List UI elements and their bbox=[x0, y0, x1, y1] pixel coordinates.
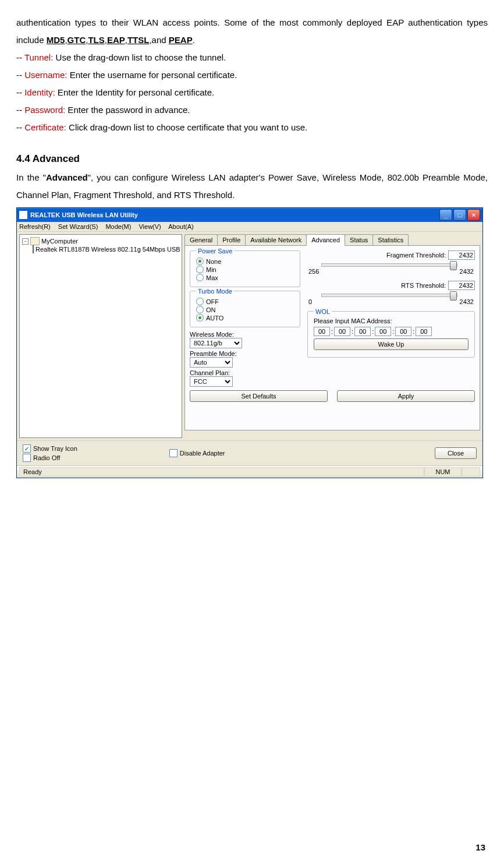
bullet: -- bbox=[16, 122, 24, 132]
field-desc: Enter the username for personal certific… bbox=[68, 70, 237, 80]
preamble-label: Preamble Mode: bbox=[190, 350, 300, 357]
field-label: Identity: bbox=[24, 87, 55, 97]
bullet: -- bbox=[16, 52, 24, 62]
field-line-password: -- Password: Enter the password in advan… bbox=[16, 101, 488, 119]
mac-octet[interactable] bbox=[354, 327, 371, 336]
status-empty bbox=[462, 467, 480, 476]
statusbar: Ready NUM bbox=[17, 465, 482, 478]
minimize-button[interactable]: _ bbox=[439, 209, 452, 221]
rts-input[interactable] bbox=[448, 281, 475, 290]
mac-octet[interactable] bbox=[395, 327, 411, 336]
mac-octet[interactable] bbox=[314, 327, 330, 336]
sep: ,and bbox=[149, 35, 168, 45]
tree-adapter[interactable]: Realtek RTL8187B Wireless 802.11g 54Mbps… bbox=[36, 246, 182, 253]
menubar: Refresh(R) Set Wizard(S) Mode(M) View(V)… bbox=[17, 222, 482, 232]
radio-label: None bbox=[206, 258, 221, 265]
fragment-threshold-row: Fragment Threshold: 2562432 bbox=[307, 250, 475, 275]
tab-available-network[interactable]: Available Network bbox=[245, 234, 307, 246]
field-desc: Enter the Identity for personal certific… bbox=[55, 87, 214, 97]
radio-auto[interactable]: AUTO bbox=[196, 314, 294, 322]
checkbox-label: Radio Off bbox=[33, 454, 60, 461]
wireless-mode-label: Wireless Mode: bbox=[190, 331, 300, 338]
mac-octet[interactable] bbox=[334, 327, 350, 336]
set-defaults-button[interactable]: Set Defaults bbox=[190, 390, 328, 402]
tree-root[interactable]: MyComputer bbox=[41, 238, 78, 245]
turbo-group: Turbo Mode OFF ON AUTO bbox=[190, 291, 300, 327]
eap-type: PEAP bbox=[169, 35, 193, 45]
radio-label: Min bbox=[206, 266, 216, 273]
radio-on[interactable]: ON bbox=[196, 306, 294, 313]
tab-general[interactable]: General bbox=[184, 234, 218, 246]
close-button[interactable]: × bbox=[467, 209, 480, 221]
field-label: Password: bbox=[24, 105, 65, 115]
field-label: Certificate: bbox=[24, 122, 66, 132]
radio-min[interactable]: Min bbox=[196, 266, 294, 273]
radio-off-checkbox[interactable]: Radio Off bbox=[23, 454, 77, 462]
apply-button[interactable]: Apply bbox=[337, 390, 475, 402]
device-tree[interactable]: - MyComputer Realtek RTL8187B Wireless 8… bbox=[19, 234, 182, 438]
bullet: -- bbox=[16, 70, 24, 80]
fragment-min: 256 bbox=[308, 268, 319, 275]
menu-wizard[interactable]: Set Wizard(S) bbox=[58, 223, 98, 230]
preamble-select[interactable]: Auto bbox=[190, 357, 233, 368]
wol-legend: WOL bbox=[314, 308, 332, 315]
eap-type: TTSL bbox=[127, 35, 150, 45]
radio-none[interactable]: None bbox=[196, 257, 294, 265]
checkbox-label: Disable Adapter bbox=[180, 450, 225, 457]
show-tray-checkbox[interactable]: Show Tray Icon bbox=[23, 444, 77, 453]
mac-octet[interactable] bbox=[416, 327, 432, 336]
wol-mac-label: Please Input MAC Address: bbox=[314, 317, 468, 324]
fragment-input[interactable] bbox=[448, 250, 475, 260]
radio-label: AUTO bbox=[206, 315, 223, 322]
fragment-slider[interactable] bbox=[321, 263, 457, 267]
status-num: NUM bbox=[424, 467, 462, 476]
tab-body-advanced: Power Save None Min Max Turbo Mode OFF bbox=[184, 245, 480, 430]
radio-off[interactable]: OFF bbox=[196, 298, 294, 305]
text: In the " bbox=[16, 172, 46, 182]
field-line-certificate: -- Certificate: Click drag-down list to … bbox=[16, 119, 488, 136]
tree-collapse-icon[interactable]: - bbox=[22, 238, 29, 245]
menu-mode[interactable]: Mode(M) bbox=[105, 223, 131, 230]
close-app-button[interactable]: Close bbox=[435, 447, 477, 459]
bottom-bar: Show Tray Icon Radio Off Disable Adapter… bbox=[17, 440, 482, 465]
wake-up-button[interactable]: Wake Up bbox=[314, 338, 468, 350]
right-pane: General Profile Available Network Advanc… bbox=[184, 234, 480, 438]
bullet: -- bbox=[16, 105, 24, 115]
slider-thumb[interactable] bbox=[450, 291, 457, 301]
eap-type: MD5 bbox=[47, 35, 65, 45]
slider-thumb[interactable] bbox=[450, 261, 457, 270]
field-desc: Click drag-down list to choose certifica… bbox=[66, 122, 307, 132]
channel-plan-select[interactable]: FCC bbox=[190, 376, 233, 387]
turbo-legend: Turbo Mode bbox=[196, 288, 234, 295]
wol-group: WOL Please Input MAC Address: : : : : : bbox=[307, 311, 475, 358]
field-line-identity: -- Identity: Enter the Identity for pers… bbox=[16, 84, 488, 101]
field-label: Username: bbox=[24, 70, 67, 80]
titlebar[interactable]: REALTEK USB Wireless LAN Utility _ □ × bbox=[17, 208, 482, 222]
advanced-word: Advanced bbox=[46, 172, 88, 182]
rts-slider[interactable] bbox=[321, 294, 457, 297]
radio-label: Max bbox=[206, 274, 218, 281]
field-label: Tunnel: bbox=[24, 52, 53, 62]
wireless-mode-select[interactable]: 802.11g/b bbox=[190, 338, 242, 348]
radio-max[interactable]: Max bbox=[196, 274, 294, 281]
powersave-legend: Power Save bbox=[196, 248, 234, 255]
doc-text: authentication types to their WLAN acces… bbox=[16, 14, 488, 49]
maximize-button[interactable]: □ bbox=[453, 209, 466, 221]
rts-max: 2432 bbox=[460, 298, 474, 305]
mac-octet[interactable] bbox=[375, 327, 391, 336]
menu-refresh[interactable]: Refresh(R) bbox=[19, 223, 51, 230]
eap-type: TLS bbox=[88, 35, 104, 45]
bullet: -- bbox=[16, 87, 24, 97]
eap-type: GTC bbox=[68, 35, 86, 45]
menu-view[interactable]: View(V) bbox=[139, 223, 161, 230]
tab-profile[interactable]: Profile bbox=[217, 234, 246, 246]
eap-type: EAP bbox=[107, 35, 125, 45]
tab-advanced[interactable]: Advanced bbox=[306, 234, 345, 246]
tab-status[interactable]: Status bbox=[345, 234, 373, 246]
tab-statistics[interactable]: Statistics bbox=[372, 234, 409, 246]
disable-adapter-checkbox[interactable]: Disable Adapter bbox=[169, 449, 225, 457]
menu-about[interactable]: About(A) bbox=[168, 223, 193, 230]
radio-label: OFF bbox=[206, 298, 219, 305]
checkbox-label: Show Tray Icon bbox=[33, 445, 77, 452]
rts-label: RTS Threshold: bbox=[401, 282, 446, 289]
